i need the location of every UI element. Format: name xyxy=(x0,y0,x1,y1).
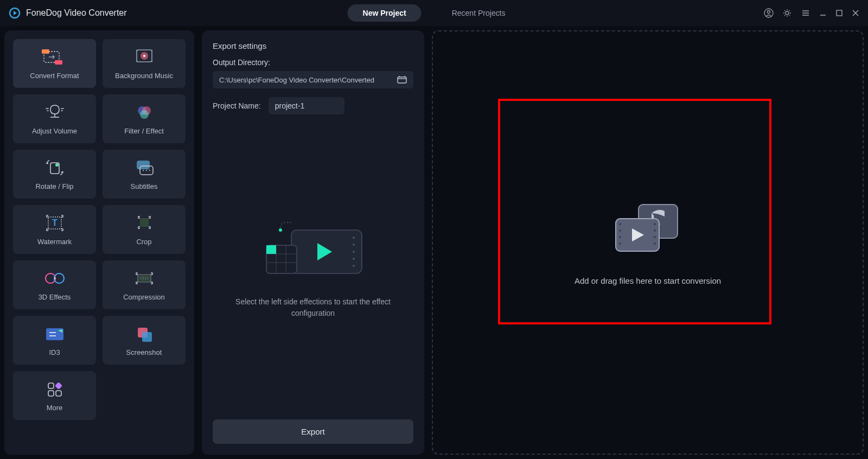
tool-background-music[interactable]: Background Music xyxy=(103,39,186,88)
project-name-label: Project Name: xyxy=(213,101,261,110)
svg-point-2 xyxy=(768,11,770,14)
background-music-icon xyxy=(133,48,155,66)
minimize-icon[interactable] xyxy=(819,9,827,17)
close-icon[interactable] xyxy=(852,9,859,17)
svg-point-51 xyxy=(353,237,355,239)
window-controls xyxy=(764,8,859,18)
svg-point-52 xyxy=(353,244,355,246)
tool-label: Compression xyxy=(123,293,165,301)
tool-label: More xyxy=(47,404,63,412)
tool-rotate-flip[interactable]: Rotate / Flip xyxy=(13,150,96,199)
effect-placeholder-icon xyxy=(259,215,367,280)
tool-compression[interactable]: Compression xyxy=(103,260,186,309)
tool-label: Screenshot xyxy=(126,348,162,356)
settings-icon[interactable] xyxy=(782,8,792,18)
content: Convert Format Background Music Adjust V… xyxy=(0,26,868,459)
effect-placeholder: Select the left side effections to start… xyxy=(213,114,413,419)
svg-rect-13 xyxy=(55,60,62,65)
crop-icon xyxy=(135,214,154,232)
svg-point-3 xyxy=(786,11,789,15)
screenshot-icon xyxy=(135,324,154,343)
svg-rect-46 xyxy=(54,381,62,389)
app-title: FoneDog Video Converter xyxy=(26,8,127,18)
tool-3d-effects[interactable]: 3D Effects xyxy=(13,260,96,309)
svg-point-15 xyxy=(136,49,137,50)
tool-more[interactable]: More xyxy=(13,371,96,420)
svg-point-20 xyxy=(143,55,145,57)
export-panel: Export settings Output Directory: C:\Use… xyxy=(202,30,424,455)
tab-recent-projects[interactable]: Recent Projects xyxy=(437,4,521,22)
svg-rect-48 xyxy=(56,391,61,396)
svg-rect-44 xyxy=(142,332,152,342)
tabs: New Project Recent Projects xyxy=(348,4,521,22)
tool-sidebar: Convert Format Background Music Adjust V… xyxy=(4,30,194,455)
svg-rect-39 xyxy=(138,275,151,282)
tool-label: Rotate / Flip xyxy=(35,182,73,190)
tool-label: Subtitles xyxy=(131,182,158,190)
tool-label: ID3 xyxy=(49,348,60,356)
user-icon[interactable] xyxy=(764,8,774,18)
menu-icon[interactable] xyxy=(801,8,810,18)
svg-rect-47 xyxy=(48,391,54,396)
svg-rect-45 xyxy=(48,383,54,388)
svg-point-17 xyxy=(136,60,137,61)
svg-point-30 xyxy=(143,170,144,171)
subtitles-icon xyxy=(133,158,155,177)
watermark-icon: T xyxy=(45,214,65,232)
svg-point-25 xyxy=(140,110,149,119)
filter-effect-icon xyxy=(135,103,154,122)
tool-crop[interactable]: Crop xyxy=(103,205,186,254)
more-icon xyxy=(45,380,65,398)
highlight-annotation xyxy=(498,99,771,324)
project-name-input[interactable] xyxy=(269,97,344,114)
app-logo-icon xyxy=(9,7,21,19)
tool-convert-format[interactable]: Convert Format xyxy=(13,39,96,88)
svg-point-18 xyxy=(151,60,152,61)
tool-subtitles[interactable]: Subtitles xyxy=(103,150,186,199)
effect-placeholder-text: Select the left side effections to start… xyxy=(232,296,394,319)
svg-rect-61 xyxy=(266,245,276,254)
titlebar: FoneDog Video Converter New Project Rece… xyxy=(0,0,868,26)
folder-picker-icon[interactable] xyxy=(397,75,407,84)
svg-rect-49 xyxy=(398,77,406,83)
tool-label: Adjust Volume xyxy=(32,127,77,135)
rotate-flip-icon xyxy=(45,158,65,177)
svg-point-53 xyxy=(353,251,355,253)
export-settings-title: Export settings xyxy=(213,41,413,50)
drop-area[interactable]: Add or drag files here to start conversi… xyxy=(432,30,864,455)
3d-effects-icon xyxy=(43,269,67,288)
svg-point-32 xyxy=(149,170,150,171)
tool-adjust-volume[interactable]: Adjust Volume xyxy=(13,94,96,143)
tool-label: Filter / Effect xyxy=(124,127,164,135)
tool-label: Watermark xyxy=(37,238,72,246)
tab-new-project[interactable]: New Project xyxy=(348,4,422,22)
output-dir-value: C:\Users\pc\FoneDog Video Converter\Conv… xyxy=(219,76,397,84)
tool-label: Crop xyxy=(136,238,151,246)
export-button[interactable]: Export xyxy=(213,419,413,444)
svg-rect-28 xyxy=(137,161,150,169)
svg-rect-12 xyxy=(42,49,49,54)
svg-point-62 xyxy=(279,228,282,232)
tool-label: Background Music xyxy=(115,72,173,80)
convert-format-icon xyxy=(42,48,68,66)
id3-icon xyxy=(44,324,66,343)
tool-label: 3D Effects xyxy=(39,293,71,301)
svg-point-54 xyxy=(353,258,355,260)
adjust-volume-icon xyxy=(45,103,65,122)
tool-screenshot[interactable]: Screenshot xyxy=(103,316,186,365)
tool-grid: Convert Format Background Music Adjust V… xyxy=(13,39,186,420)
tool-label: Convert Format xyxy=(30,72,79,80)
maximize-icon[interactable] xyxy=(835,9,843,17)
svg-point-16 xyxy=(151,49,152,50)
svg-text:T: T xyxy=(52,218,58,227)
compression-icon xyxy=(133,269,155,288)
output-dir-label: Output Directory: xyxy=(213,58,413,67)
project-name-row: Project Name: xyxy=(213,97,413,114)
svg-point-27 xyxy=(55,163,59,167)
output-dir-row: C:\Users\pc\FoneDog Video Converter\Conv… xyxy=(213,71,413,88)
tool-watermark[interactable]: T Watermark xyxy=(13,205,96,254)
tool-filter-effect[interactable]: Filter / Effect xyxy=(103,94,186,143)
svg-point-55 xyxy=(353,265,355,267)
svg-rect-35 xyxy=(140,218,149,227)
tool-id3[interactable]: ID3 xyxy=(13,316,96,365)
